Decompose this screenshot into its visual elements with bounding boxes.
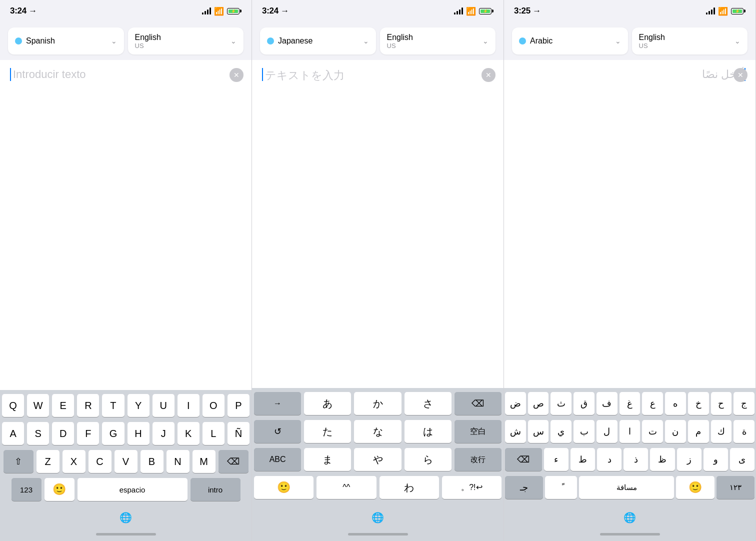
kb-key-n[interactable]: N — [166, 450, 190, 473]
jp-key-ya[interactable]: や — [354, 448, 401, 471]
kb-key-q[interactable]: Q — [2, 394, 24, 417]
jp-key-sa[interactable]: さ — [404, 392, 452, 415]
clear-button-spanish[interactable]: ✕ — [230, 68, 244, 82]
ar-key-noon[interactable]: ن — [665, 420, 686, 443]
ar-key-tha[interactable]: ث — [550, 392, 572, 415]
source-lang-selector-japanese[interactable]: Japanese ⌄ — [260, 28, 376, 54]
ar-key-space-ar[interactable]: مسافة — [579, 476, 674, 499]
ar-key-thal[interactable]: ذ — [624, 448, 648, 471]
text-input-area-spanish[interactable]: Introducir texto ✕ — [0, 60, 252, 390]
kb-globe-spanish[interactable]: 🌐 — [114, 506, 138, 529]
clear-button-japanese[interactable]: ✕ — [482, 68, 496, 82]
kb-key-w[interactable]: W — [27, 394, 49, 417]
ar-key-ba[interactable]: ب — [574, 420, 594, 443]
ar-key-zain[interactable]: ز — [677, 448, 702, 471]
ar-key-fa[interactable]: ف — [596, 392, 618, 415]
ar-key-teh-marbuta[interactable]: ة — [734, 420, 754, 443]
ar-key-ghain[interactable]: غ — [620, 392, 640, 415]
ar-key-emoji-ar[interactable]: 🙂 — [676, 476, 714, 499]
jp-key-abc[interactable]: ABC — [254, 448, 301, 471]
jp-key-emoji-ja[interactable]: 🙂 — [254, 476, 314, 499]
ar-key-ha[interactable]: ح — [711, 392, 732, 415]
kb-globe-japanese[interactable]: 🌐 — [366, 506, 390, 529]
kb-key-123[interactable]: 123 — [12, 478, 42, 501]
kb-key-k[interactable]: K — [178, 422, 200, 445]
ar-key-return[interactable]: جـ — [505, 476, 543, 499]
kb-key-delete[interactable]: ⌫ — [218, 450, 248, 473]
kb-key-p[interactable]: P — [228, 394, 250, 417]
ar-key-delete[interactable]: ⌫ — [505, 448, 542, 471]
kb-key-n-tilde[interactable]: Ñ — [228, 422, 250, 445]
kb-key-emoji[interactable]: 🙂 — [44, 478, 74, 501]
ar-key-jeem[interactable]: ج — [734, 392, 754, 415]
kb-key-shift[interactable]: ⇧ — [4, 450, 34, 473]
kb-key-r[interactable]: R — [77, 394, 99, 417]
ar-key-ain[interactable]: ع — [642, 392, 663, 415]
kb-key-f[interactable]: F — [77, 422, 99, 445]
ar-key-ya[interactable]: ي — [550, 420, 572, 443]
jp-key-arrow[interactable]: → — [254, 392, 301, 415]
kb-key-h[interactable]: H — [128, 422, 150, 445]
kb-key-return[interactable]: intro — [190, 478, 240, 501]
jp-key-ka[interactable]: か — [354, 392, 401, 415]
jp-key-ta[interactable]: た — [304, 420, 351, 443]
kb-key-i[interactable]: I — [178, 394, 200, 417]
kb-key-y[interactable]: Y — [128, 394, 150, 417]
ar-key-hamza[interactable]: ء — [544, 448, 568, 471]
ar-key-seen[interactable]: س — [528, 420, 549, 443]
source-lang-selector-spanish[interactable]: Spanish ⌄ — [8, 28, 124, 54]
jp-key-a[interactable]: あ — [304, 392, 351, 415]
kb-key-space[interactable]: espacio — [78, 478, 188, 501]
kb-key-g[interactable]: G — [102, 422, 124, 445]
kb-key-u[interactable]: U — [152, 394, 174, 417]
jp-key-ra[interactable]: ら — [404, 448, 452, 471]
ar-key-qaf[interactable]: ق — [574, 392, 594, 415]
ar-key-meem[interactable]: م — [688, 420, 709, 443]
kb-key-l[interactable]: L — [202, 422, 224, 445]
kb-key-z[interactable]: Z — [36, 450, 60, 473]
ar-key-sheen[interactable]: ش — [505, 420, 526, 443]
ar-key-dal[interactable]: د — [597, 448, 622, 471]
target-lang-selector-japanese[interactable]: English US ⌄ — [380, 28, 496, 54]
ar-key-lam[interactable]: ل — [596, 420, 618, 443]
jp-key-caret[interactable]: ^^ — [316, 476, 376, 499]
ar-key-heh[interactable]: ه — [665, 392, 686, 415]
jp-key-wa[interactable]: わ — [380, 476, 439, 499]
ar-key-kaf[interactable]: ك — [711, 420, 732, 443]
kb-key-j[interactable]: J — [152, 422, 174, 445]
kb-globe-arabic[interactable]: 🌐 — [618, 506, 642, 529]
ar-key-tanween[interactable]: ً — [545, 476, 577, 499]
kb-key-v[interactable]: V — [114, 450, 138, 473]
ar-key-kha[interactable]: خ — [688, 392, 709, 415]
jp-key-space-ja[interactable]: 空白 — [454, 420, 502, 443]
kb-key-s[interactable]: S — [27, 422, 49, 445]
ar-key-alef[interactable]: ا — [620, 420, 640, 443]
ar-key-tah[interactable]: ط — [570, 448, 595, 471]
ar-key-sad[interactable]: ص — [528, 392, 549, 415]
jp-key-undo[interactable]: ↺ — [254, 420, 301, 443]
jp-key-ma[interactable]: ま — [304, 448, 351, 471]
ar-key-dhad[interactable]: ض — [505, 392, 526, 415]
jp-key-punct[interactable]: 。?!↩ — [442, 476, 502, 499]
kb-key-o[interactable]: O — [202, 394, 224, 417]
kb-key-t[interactable]: T — [102, 394, 124, 417]
ar-key-teh[interactable]: ت — [642, 420, 663, 443]
target-lang-selector-arabic[interactable]: English US ⌄ — [632, 28, 748, 54]
text-input-area-arabic[interactable]: أدخل نصًا ✕ — [504, 60, 756, 388]
ar-key-alef-maqsura[interactable]: ى — [730, 448, 754, 471]
target-lang-selector-spanish[interactable]: English US ⌄ — [128, 28, 244, 54]
jp-key-na[interactable]: な — [354, 420, 401, 443]
kb-key-a[interactable]: A — [2, 422, 24, 445]
kb-key-d[interactable]: D — [52, 422, 74, 445]
source-lang-selector-arabic[interactable]: Arabic ⌄ — [512, 28, 628, 54]
clear-button-arabic[interactable]: ✕ — [734, 68, 748, 82]
ar-key-waw[interactable]: و — [704, 448, 728, 471]
kb-key-m[interactable]: M — [192, 450, 216, 473]
ar-key-123[interactable]: ١٢٣ — [716, 476, 754, 499]
kb-key-c[interactable]: C — [88, 450, 112, 473]
kb-key-b[interactable]: B — [140, 450, 164, 473]
ar-key-dha[interactable]: ظ — [650, 448, 674, 471]
jp-key-ha[interactable]: は — [404, 420, 452, 443]
kb-key-x[interactable]: X — [62, 450, 86, 473]
jp-key-delete[interactable]: ⌫ — [454, 392, 502, 415]
